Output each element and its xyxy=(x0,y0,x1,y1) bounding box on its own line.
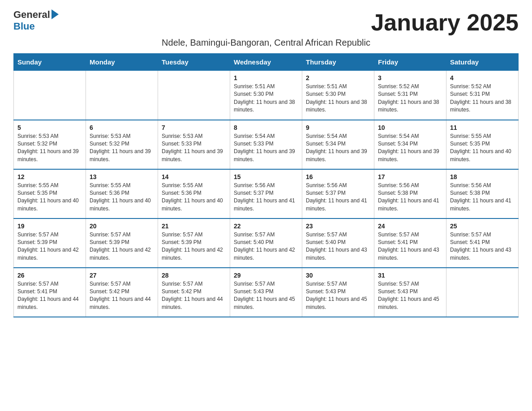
day-info: Sunrise: 5:57 AMSunset: 5:39 PMDaylight:… xyxy=(90,231,154,262)
day-number: 29 xyxy=(234,272,298,279)
day-number: 2 xyxy=(306,74,370,81)
day-info: Sunrise: 5:54 AMSunset: 5:34 PMDaylight:… xyxy=(378,133,442,164)
day-number: 19 xyxy=(17,223,82,230)
day-info: Sunrise: 5:57 AMSunset: 5:42 PMDaylight:… xyxy=(90,280,154,312)
day-info: Sunrise: 5:57 AMSunset: 5:39 PMDaylight:… xyxy=(162,231,226,262)
calendar-header-monday: Monday xyxy=(86,54,158,71)
day-info: Sunrise: 5:57 AMSunset: 5:41 PMDaylight:… xyxy=(378,231,442,262)
calendar-cell xyxy=(86,71,158,120)
calendar-cell: 20Sunrise: 5:57 AMSunset: 5:39 PMDayligh… xyxy=(86,218,158,268)
calendar-cell: 15Sunrise: 5:56 AMSunset: 5:37 PMDayligh… xyxy=(230,169,302,218)
calendar-cell: 28Sunrise: 5:57 AMSunset: 5:42 PMDayligh… xyxy=(158,268,230,317)
page-title: January 2025 xyxy=(371,9,519,36)
calendar-cell: 10Sunrise: 5:54 AMSunset: 5:34 PMDayligh… xyxy=(374,120,446,169)
calendar-header-saturday: Saturday xyxy=(446,54,519,71)
calendar-week-row: 5Sunrise: 5:53 AMSunset: 5:32 PMDaylight… xyxy=(14,120,519,169)
day-number: 13 xyxy=(90,173,154,180)
day-number: 9 xyxy=(306,124,370,131)
day-info: Sunrise: 5:53 AMSunset: 5:33 PMDaylight:… xyxy=(162,133,226,164)
day-info: Sunrise: 5:55 AMSunset: 5:36 PMDaylight:… xyxy=(90,182,154,213)
logo: General Blue xyxy=(13,9,59,32)
day-info: Sunrise: 5:54 AMSunset: 5:34 PMDaylight:… xyxy=(306,133,370,164)
calendar-cell: 1Sunrise: 5:51 AMSunset: 5:30 PMDaylight… xyxy=(230,71,302,120)
day-info: Sunrise: 5:52 AMSunset: 5:31 PMDaylight:… xyxy=(378,83,442,114)
day-number: 23 xyxy=(306,223,370,230)
day-info: Sunrise: 5:56 AMSunset: 5:38 PMDaylight:… xyxy=(450,182,515,213)
day-info: Sunrise: 5:57 AMSunset: 5:39 PMDaylight:… xyxy=(17,231,82,262)
day-number: 8 xyxy=(234,124,298,131)
calendar-cell: 24Sunrise: 5:57 AMSunset: 5:41 PMDayligh… xyxy=(374,218,446,268)
day-number: 4 xyxy=(450,74,515,81)
day-info: Sunrise: 5:56 AMSunset: 5:38 PMDaylight:… xyxy=(378,182,442,213)
day-info: Sunrise: 5:57 AMSunset: 5:42 PMDaylight:… xyxy=(162,280,226,312)
day-number: 26 xyxy=(17,272,82,279)
day-number: 21 xyxy=(162,223,226,230)
day-info: Sunrise: 5:55 AMSunset: 5:35 PMDaylight:… xyxy=(450,133,515,164)
day-info: Sunrise: 5:57 AMSunset: 5:43 PMDaylight:… xyxy=(234,280,298,312)
day-number: 14 xyxy=(162,173,226,180)
day-number: 27 xyxy=(90,272,154,279)
logo-blue-text: Blue xyxy=(13,21,35,32)
day-number: 10 xyxy=(378,124,442,131)
calendar-cell: 27Sunrise: 5:57 AMSunset: 5:42 PMDayligh… xyxy=(86,268,158,317)
day-info: Sunrise: 5:57 AMSunset: 5:43 PMDaylight:… xyxy=(306,280,370,312)
day-number: 22 xyxy=(234,223,298,230)
calendar-week-row: 26Sunrise: 5:57 AMSunset: 5:41 PMDayligh… xyxy=(14,268,519,317)
calendar-cell: 23Sunrise: 5:57 AMSunset: 5:40 PMDayligh… xyxy=(302,218,374,268)
calendar-table: SundayMondayTuesdayWednesdayThursdayFrid… xyxy=(13,53,519,317)
calendar-header-sunday: Sunday xyxy=(14,54,86,71)
day-number: 16 xyxy=(306,173,370,180)
day-number: 6 xyxy=(90,124,154,131)
day-info: Sunrise: 5:56 AMSunset: 5:37 PMDaylight:… xyxy=(234,182,298,213)
day-number: 11 xyxy=(450,124,515,131)
calendar-cell: 2Sunrise: 5:51 AMSunset: 5:30 PMDaylight… xyxy=(302,71,374,120)
calendar-cell: 17Sunrise: 5:56 AMSunset: 5:38 PMDayligh… xyxy=(374,169,446,218)
day-info: Sunrise: 5:55 AMSunset: 5:35 PMDaylight:… xyxy=(17,182,82,213)
calendar-cell: 6Sunrise: 5:53 AMSunset: 5:32 PMDaylight… xyxy=(86,120,158,169)
day-info: Sunrise: 5:57 AMSunset: 5:40 PMDaylight:… xyxy=(234,231,298,262)
day-number: 15 xyxy=(234,173,298,180)
calendar-cell: 7Sunrise: 5:53 AMSunset: 5:33 PMDaylight… xyxy=(158,120,230,169)
day-number: 20 xyxy=(90,223,154,230)
day-info: Sunrise: 5:57 AMSunset: 5:41 PMDaylight:… xyxy=(450,231,515,262)
page-subtitle: Ndele, Bamingui-Bangoran, Central Africa… xyxy=(13,38,519,48)
day-info: Sunrise: 5:51 AMSunset: 5:30 PMDaylight:… xyxy=(306,83,370,114)
calendar-week-row: 1Sunrise: 5:51 AMSunset: 5:30 PMDaylight… xyxy=(14,71,519,120)
day-number: 18 xyxy=(450,173,515,180)
calendar-cell: 22Sunrise: 5:57 AMSunset: 5:40 PMDayligh… xyxy=(230,218,302,268)
day-info: Sunrise: 5:57 AMSunset: 5:43 PMDaylight:… xyxy=(378,280,442,312)
logo-arrow-icon xyxy=(51,9,59,19)
day-info: Sunrise: 5:55 AMSunset: 5:36 PMDaylight:… xyxy=(162,182,226,213)
calendar-header-wednesday: Wednesday xyxy=(230,54,302,71)
calendar-week-row: 19Sunrise: 5:57 AMSunset: 5:39 PMDayligh… xyxy=(14,218,519,268)
calendar-cell xyxy=(158,71,230,120)
day-info: Sunrise: 5:52 AMSunset: 5:31 PMDaylight:… xyxy=(450,83,515,114)
calendar-week-row: 12Sunrise: 5:55 AMSunset: 5:35 PMDayligh… xyxy=(14,169,519,218)
logo-general-text: General xyxy=(13,9,50,21)
calendar-cell xyxy=(14,71,86,120)
calendar-cell: 26Sunrise: 5:57 AMSunset: 5:41 PMDayligh… xyxy=(14,268,86,317)
day-number: 12 xyxy=(17,173,82,180)
calendar-cell: 16Sunrise: 5:56 AMSunset: 5:37 PMDayligh… xyxy=(302,169,374,218)
calendar-header-row: SundayMondayTuesdayWednesdayThursdayFrid… xyxy=(14,54,519,71)
day-number: 17 xyxy=(378,173,442,180)
day-number: 1 xyxy=(234,74,298,81)
day-info: Sunrise: 5:53 AMSunset: 5:32 PMDaylight:… xyxy=(90,133,154,164)
calendar-cell: 8Sunrise: 5:54 AMSunset: 5:33 PMDaylight… xyxy=(230,120,302,169)
calendar-cell: 14Sunrise: 5:55 AMSunset: 5:36 PMDayligh… xyxy=(158,169,230,218)
calendar-cell: 11Sunrise: 5:55 AMSunset: 5:35 PMDayligh… xyxy=(446,120,519,169)
calendar-cell: 18Sunrise: 5:56 AMSunset: 5:38 PMDayligh… xyxy=(446,169,519,218)
calendar-cell xyxy=(446,268,519,317)
day-number: 25 xyxy=(450,223,515,230)
page-header: General Blue January 2025 xyxy=(13,9,519,36)
calendar-cell: 13Sunrise: 5:55 AMSunset: 5:36 PMDayligh… xyxy=(86,169,158,218)
calendar-header-thursday: Thursday xyxy=(302,54,374,71)
day-number: 5 xyxy=(17,124,82,131)
day-number: 3 xyxy=(378,74,442,81)
calendar-cell: 19Sunrise: 5:57 AMSunset: 5:39 PMDayligh… xyxy=(14,218,86,268)
day-number: 30 xyxy=(306,272,370,279)
calendar-cell: 31Sunrise: 5:57 AMSunset: 5:43 PMDayligh… xyxy=(374,268,446,317)
day-info: Sunrise: 5:51 AMSunset: 5:30 PMDaylight:… xyxy=(234,83,298,114)
day-number: 31 xyxy=(378,272,442,279)
day-info: Sunrise: 5:56 AMSunset: 5:37 PMDaylight:… xyxy=(306,182,370,213)
